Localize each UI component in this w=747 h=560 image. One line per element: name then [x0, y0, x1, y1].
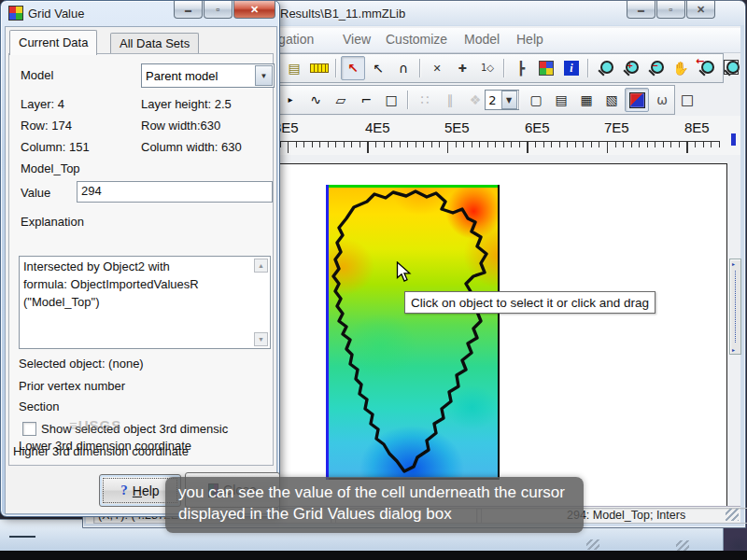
- minimize-button[interactable]: [174, 1, 203, 19]
- prior-vertex-label: Prior vertex number: [19, 379, 125, 393]
- lower-3rd-dimension-label: Lower 3rd dimension coordinate: [19, 439, 191, 453]
- chevron-down-icon[interactable]: ▼: [255, 65, 273, 86]
- colored-cube-icon: [629, 92, 645, 108]
- explanation-box[interactable]: Intersected by Object2 with formula: Obj…: [19, 256, 271, 349]
- model-top-heatmap[interactable]: [326, 185, 500, 480]
- ruler-label: 8E5: [684, 119, 710, 135]
- close-button[interactable]: [686, 1, 715, 19]
- view-iso-button[interactable]: ▧: [599, 88, 624, 112]
- lasso-button[interactable]: ∩: [391, 56, 416, 80]
- scroll-up-icon[interactable]: ▲: [254, 259, 268, 273]
- object-order-icon: ┣: [517, 62, 525, 75]
- pan-icon: ✋: [672, 62, 688, 75]
- draw-point-icon: ∷: [421, 93, 430, 106]
- section-label: Section: [19, 399, 59, 413]
- scroll-down-icon[interactable]: ▼: [254, 332, 268, 346]
- screen-edge: [0, 551, 747, 560]
- blank-view-icon: □: [681, 93, 694, 107]
- view-top-icon: ▢: [529, 93, 542, 106]
- value-input[interactable]: 294: [77, 181, 273, 203]
- object-order-button[interactable]: ┣: [509, 56, 533, 80]
- zoom-button[interactable]: [593, 56, 617, 80]
- select-objects-button[interactable]: ↖: [341, 56, 365, 80]
- magnifier-icon: ←: [698, 60, 715, 77]
- close-button[interactable]: [233, 1, 275, 19]
- select-nodes-icon: ↖: [373, 62, 384, 75]
- draw-polygon-button[interactable]: ▱: [329, 88, 353, 112]
- chevron-down-icon[interactable]: ▼: [501, 91, 517, 109]
- toolbar-separator: [503, 59, 505, 77]
- model-dropdown[interactable]: Parent model ▼: [141, 63, 275, 88]
- background-window-line: [9, 536, 35, 538]
- ruler-indicator: [731, 133, 736, 146]
- draw-point-button[interactable]: ∷: [413, 88, 437, 112]
- magnifier-icon: [723, 60, 740, 77]
- splitter-arrow-icon: ▸: [732, 346, 735, 353]
- value-label: Value: [21, 186, 50, 200]
- layer-height-value: Layer height: 2.5: [141, 97, 232, 111]
- toolbar-separator: [335, 59, 337, 77]
- view-3d-button[interactable]: [625, 88, 649, 112]
- menu-item-igation[interactable]: igation: [275, 32, 314, 47]
- select-nodes-button[interactable]: ↖: [366, 56, 390, 80]
- draw-polyline-button[interactable]: ∿: [303, 88, 328, 112]
- magnification-dropdown[interactable]: 2▼: [490, 91, 513, 109]
- menu-item-model[interactable]: Model: [464, 32, 500, 47]
- toolbar-separator: [407, 91, 409, 109]
- tab-all-data-sets[interactable]: All Data Sets: [110, 33, 199, 54]
- zoom-previous-button[interactable]: ←: [694, 56, 718, 80]
- minimize-button[interactable]: [627, 1, 655, 19]
- insert-node-button[interactable]: ✚: [450, 56, 474, 80]
- zoom-extents-button[interactable]: [719, 56, 743, 80]
- show-node-values-icon: 1◇: [481, 63, 494, 73]
- delete-segment-button[interactable]: ✕: [425, 56, 449, 80]
- show-3rd-dimension-checkbox[interactable]: [22, 422, 36, 436]
- row-value: Row: 174: [21, 119, 72, 133]
- zoom-in-button[interactable]: +: [618, 56, 642, 80]
- draw-straight-line-button[interactable]: ⌐: [354, 88, 378, 112]
- paste-button[interactable]: ▤: [282, 56, 306, 80]
- draw-line-button[interactable]: ∥: [438, 88, 462, 112]
- ruler-button[interactable]: [307, 56, 331, 80]
- magnifier-icon: −: [647, 60, 665, 77]
- toolbar-separator: [518, 91, 520, 109]
- mouse-cursor-icon: [396, 261, 412, 287]
- view-side-button[interactable]: ▦: [574, 88, 599, 112]
- grid-value-button[interactable]: i: [559, 56, 584, 80]
- pan-button[interactable]: ✋: [669, 56, 693, 80]
- show-node-values-button[interactable]: 1◇: [475, 56, 500, 80]
- maximize-button[interactable]: [204, 1, 233, 19]
- grid-value-app-icon: [8, 6, 23, 21]
- view-front-icon: ▤: [555, 93, 567, 106]
- splitter-arrow-icon: ▸: [732, 260, 735, 267]
- blank-view-button[interactable]: □: [675, 88, 699, 112]
- dialog-window-controls: [173, 1, 275, 19]
- resize-grip[interactable]: [726, 509, 739, 521]
- menu-item-help[interactable]: Help: [516, 32, 543, 47]
- view-front-button[interactable]: ▤: [549, 88, 573, 112]
- select-objects-icon: ↖: [347, 62, 359, 75]
- menu-item-customize[interactable]: Customize: [386, 32, 447, 47]
- tab-current-data[interactable]: Current Data: [9, 30, 97, 55]
- overflow-arrow[interactable]: ▸: [278, 88, 303, 112]
- resize-grip[interactable]: [586, 539, 599, 550]
- resize-grip[interactable]: [676, 540, 689, 551]
- draw-poly-disabled-button[interactable]: ❖: [463, 88, 487, 112]
- maximize-button[interactable]: [656, 1, 685, 19]
- explanation-label: Explanation: [21, 215, 84, 229]
- color-grid-button[interactable]: [534, 56, 558, 80]
- caption-overlay: you can see the value of the cell undern…: [165, 477, 584, 533]
- zoom-out-button[interactable]: −: [643, 56, 668, 80]
- draw-rectangle-button[interactable]: □: [379, 88, 403, 112]
- dialog-title-bar[interactable]: Grid Value: [8, 6, 84, 21]
- view-iso-icon: ▧: [605, 93, 617, 106]
- menu-item-view[interactable]: View: [343, 32, 371, 47]
- vertical-splitter[interactable]: ▸ ▸: [729, 259, 741, 355]
- rotate-3d-button[interactable]: ω: [650, 88, 674, 112]
- draw-polygon-icon: ▱: [336, 93, 346, 106]
- watershed-outline: [326, 185, 498, 478]
- toolbar-views: ▸∿▱⌐□∷∥❖2▼▢▤▦▧ω□: [274, 85, 675, 115]
- view-top-button[interactable]: ▢: [524, 88, 548, 112]
- ruler-label: 4E5: [365, 119, 390, 135]
- rotate-3d-icon: ω: [656, 93, 668, 106]
